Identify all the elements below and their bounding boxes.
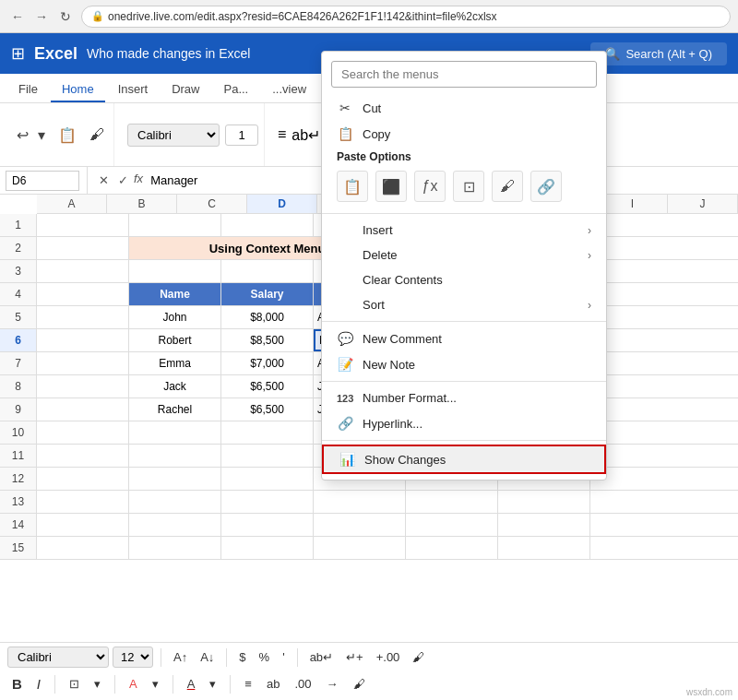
border-dropdown[interactable]: ▾ — [89, 674, 105, 694]
cell-b7[interactable]: Emma — [129, 352, 221, 374]
row-3[interactable]: 3 — [0, 260, 37, 283]
paint-format-button[interactable]: 🖌 — [86, 123, 108, 147]
cell-b1[interactable] — [129, 214, 221, 236]
tab-home[interactable]: Home — [51, 77, 105, 102]
browser-navigation[interactable]: ← → ↻ — [7, 6, 76, 27]
cell-b6[interactable]: Robert — [129, 329, 221, 351]
bold-button[interactable]: B — [7, 673, 27, 694]
undo-redo-buttons[interactable]: ↩ ▾ — [13, 123, 49, 148]
cell-c5[interactable]: $8,000 — [221, 306, 314, 328]
menu-search-input[interactable] — [331, 61, 597, 88]
address-bar[interactable]: 🔒 onedrive.live.com/edit.aspx?resid=6CAE… — [81, 6, 731, 28]
row-9[interactable]: 9 — [0, 398, 37, 421]
cell-a10[interactable] — [37, 421, 129, 444]
cell-c3[interactable] — [221, 260, 314, 282]
back-button[interactable]: ← — [7, 6, 28, 27]
italic-button[interactable]: I — [32, 673, 45, 694]
col-header-a[interactable]: A — [37, 195, 107, 213]
cell-c8[interactable]: $6,500 — [221, 375, 314, 397]
inc-dec-button[interactable]: .00 — [290, 674, 315, 694]
col-header-b[interactable]: B — [107, 195, 177, 213]
menu-item-clear[interactable]: Clear Contents — [322, 267, 606, 292]
row-8[interactable]: 8 — [0, 375, 37, 398]
comma-button[interactable]: ' — [278, 647, 289, 667]
row-2[interactable]: 2 — [0, 237, 37, 260]
menu-item-new-note[interactable]: 📝 New Note — [322, 351, 606, 377]
font-decrease-button[interactable]: A↓ — [196, 647, 219, 667]
menu-item-copy[interactable]: 📋 Copy — [322, 121, 606, 147]
cell-a9[interactable] — [37, 398, 129, 421]
col-header-i[interactable]: I — [598, 195, 668, 213]
tab-draw[interactable]: Draw — [161, 77, 210, 102]
col-header-d[interactable]: D — [247, 195, 317, 213]
font-selector[interactable]: Calibri — [127, 124, 220, 147]
tab-insert[interactable]: Insert — [107, 77, 160, 102]
cell-a4[interactable] — [37, 283, 129, 305]
tab-file[interactable]: File — [7, 77, 49, 102]
menu-item-insert[interactable]: Insert › — [322, 218, 606, 243]
wrap-text-button[interactable]: ab↵ — [305, 647, 338, 667]
menu-item-cut[interactable]: ✂ Cut — [322, 95, 606, 121]
row-4[interactable]: 4 — [0, 283, 37, 306]
cell-c9[interactable]: $6,500 — [221, 398, 314, 421]
clipboard-button[interactable]: 📋 — [54, 123, 80, 148]
row-10[interactable]: 10 — [0, 421, 37, 445]
row-13[interactable]: 13 — [0, 491, 37, 514]
forward-button[interactable]: → — [31, 6, 52, 27]
cell-a6[interactable] — [37, 329, 129, 351]
row-5[interactable]: 5 — [0, 306, 37, 329]
cell-a8[interactable] — [37, 375, 129, 397]
tab-view-partial[interactable]: ...view — [261, 77, 317, 102]
menu-item-hyperlink[interactable]: 🔗 Hyperlink... — [322, 410, 606, 436]
percent-button[interactable]: % — [255, 647, 275, 667]
cell-b5[interactable]: John — [129, 306, 221, 328]
cancel-formula-button[interactable]: ✕ — [95, 172, 113, 189]
paste-icon-5[interactable]: 🖌 — [492, 171, 523, 202]
paint-bucket-button[interactable]: 🖌 — [408, 647, 429, 667]
cell-a2[interactable] — [37, 237, 129, 259]
border-button[interactable]: ⊡ — [65, 674, 84, 694]
menu-item-delete[interactable]: Delete › — [322, 243, 606, 267]
menu-item-sort[interactable]: Sort › — [322, 292, 606, 317]
float-size-selector[interactable]: 12 — [113, 647, 153, 668]
paste-icon-3[interactable]: ƒx — [414, 171, 446, 202]
confirm-formula-button[interactable]: ✓ — [114, 172, 132, 189]
cell-a5[interactable] — [37, 306, 129, 328]
paste-icon-4[interactable]: ⊡ — [453, 171, 484, 202]
font-color-dropdown[interactable]: ▾ — [205, 674, 220, 694]
cell-b3[interactable] — [129, 260, 221, 282]
cell-c4-salary[interactable]: Salary — [221, 283, 314, 305]
row-1[interactable]: 1 — [0, 214, 37, 237]
waffle-icon[interactable]: ⊞ — [11, 43, 25, 64]
row-15[interactable]: 15 — [0, 537, 37, 560]
cell-a7[interactable] — [37, 352, 129, 374]
menu-item-number-format[interactable]: 123 Number Format... — [322, 386, 606, 410]
row-14[interactable]: 14 — [0, 514, 37, 537]
float-font-selector[interactable]: Calibri — [7, 647, 109, 668]
align-left-button[interactable]: ≡ — [240, 674, 256, 694]
row-11[interactable]: 11 — [0, 445, 37, 468]
cell-c7[interactable]: $7,000 — [221, 352, 314, 374]
col-header-c[interactable]: C — [177, 195, 247, 213]
decrease-indent-button[interactable]: +.00 — [372, 647, 405, 667]
arrow-right-button[interactable]: → — [322, 674, 343, 694]
paste-icon-1[interactable]: 📋 — [337, 171, 368, 202]
cell-a3[interactable] — [37, 260, 129, 282]
undo-dropdown[interactable]: ▾ — [34, 123, 49, 148]
cell-c1[interactable] — [221, 214, 314, 236]
refresh-button[interactable]: ↻ — [55, 6, 76, 27]
fill-dropdown[interactable]: ▾ — [148, 674, 163, 694]
row-7[interactable]: 7 — [0, 352, 37, 375]
font-increase-button[interactable]: A↑ — [169, 647, 192, 667]
tab-pa[interactable]: Pa... — [213, 77, 260, 102]
cell-reference-input[interactable]: D6 — [6, 171, 79, 191]
cell-b9[interactable]: Rachel — [129, 398, 221, 421]
fill-color-button[interactable]: A — [125, 674, 142, 694]
undo-button[interactable]: ↩ — [13, 123, 32, 148]
paste-icon-2[interactable]: ⬛ — [375, 171, 407, 202]
row-12[interactable]: 12 — [0, 468, 37, 491]
currency-button[interactable]: $ — [234, 647, 250, 667]
font-size-input[interactable] — [225, 125, 258, 146]
menu-item-new-comment[interactable]: 💬 New Comment — [322, 326, 606, 351]
cell-a1[interactable] — [37, 214, 129, 236]
